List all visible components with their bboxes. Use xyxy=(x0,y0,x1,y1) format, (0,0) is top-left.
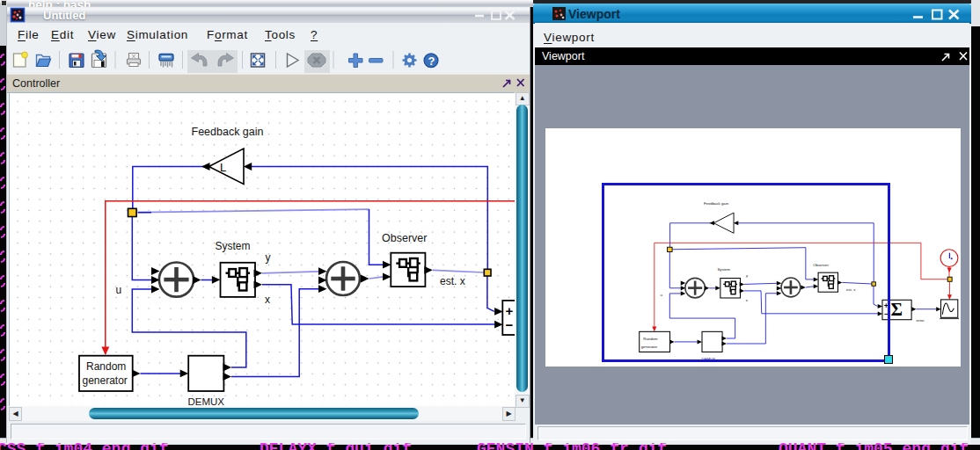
svg-text:generator: generator xyxy=(83,374,128,387)
svg-text:error: error xyxy=(917,318,925,323)
svg-text:?: ? xyxy=(428,54,435,68)
svg-text:y: y xyxy=(266,251,271,264)
svg-text:−: − xyxy=(506,317,514,332)
svg-text:+: + xyxy=(506,303,514,318)
svg-text:System: System xyxy=(216,239,251,251)
svg-text:Random: Random xyxy=(86,360,126,373)
svg-text:DEMUX: DEMUX xyxy=(188,396,225,407)
svg-text:Σ: Σ xyxy=(891,301,903,320)
svg-text:u: u xyxy=(116,284,122,296)
svg-text:est. x: est. x xyxy=(440,275,465,287)
svg-text:Observer: Observer xyxy=(382,232,427,244)
svg-text:Feedback gain: Feedback gain xyxy=(192,126,264,138)
svg-text:x: x xyxy=(265,294,270,306)
svg-text:L: L xyxy=(220,161,226,174)
